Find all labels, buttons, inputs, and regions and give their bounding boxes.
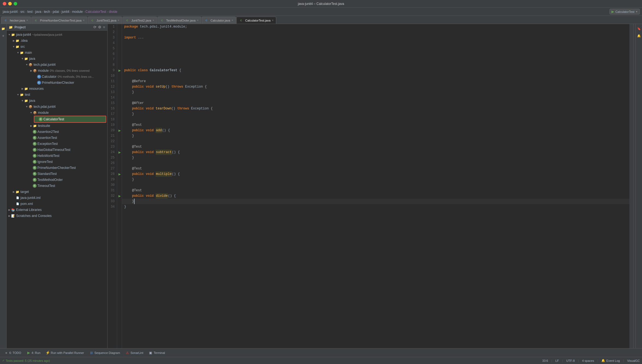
tree-item-java-test[interactable]: ▼ 📁 java	[7, 98, 107, 104]
tree-item-exception[interactable]: ▶ C ExceptionTest	[7, 141, 107, 147]
tree-item-iml[interactable]: ▶ 📄 java-junit4.iml	[7, 195, 107, 201]
gear-icon[interactable]: ≡	[103, 25, 105, 29]
tree-item-pom[interactable]: ▶ 📄 pom.xml	[7, 201, 107, 207]
tree-item-ignore[interactable]: ▶ C IgnoreTest	[7, 159, 107, 165]
tree-item-tech-main[interactable]: ▼ 📦 tech.pdai.junit4	[7, 62, 107, 68]
run-config-button[interactable]: ▶ CalculatorTest ▼	[610, 9, 640, 14]
expand-icon: ▶	[29, 68, 33, 73]
breadcrumb-java[interactable]: java	[35, 10, 42, 14]
minimize-button[interactable]	[8, 2, 12, 5]
tree-item-src[interactable]: ▼ 📁 src	[7, 44, 107, 50]
test-class-icon: C	[39, 117, 43, 121]
gutter-4	[117, 40, 122, 46]
tree-item-resources[interactable]: ▶ 📁 resources	[7, 86, 107, 92]
tree-item-test[interactable]: ▼ 📁 test	[7, 92, 107, 98]
tree-item-timeouttest[interactable]: ▶ C TimeoutTest	[7, 183, 107, 189]
breadcrumb-tech[interactable]: tech	[43, 10, 51, 14]
breadcrumb-module[interactable]: module	[72, 10, 83, 14]
tree-item-tech-test[interactable]: ▼ 📦 tech.pdai.junit4	[7, 104, 107, 110]
run-multiple-button[interactable]: ▶	[117, 171, 122, 177]
tab-close-icon[interactable]: ×	[197, 19, 199, 22]
tree-item-ext-lib[interactable]: ▶ 📚 External Libraries	[7, 207, 107, 213]
tree-item-calculator[interactable]: ▶ C Calculator 0% methods, 0% lines co..…	[7, 74, 107, 80]
notifications-icon[interactable]: 🔔	[637, 33, 641, 38]
code-editor[interactable]: 12345 678910 1112131415 1617181920 21222…	[108, 24, 635, 348]
tree-item-scratches[interactable]: ▶ 📝 Scratches and Consoles	[7, 213, 107, 219]
tree-item-methodorder[interactable]: ▶ C TestMethodOrder	[7, 177, 107, 183]
maximize-button[interactable]	[14, 2, 17, 5]
tree-item-assertion[interactable]: ▶ C AssertionTest	[7, 135, 107, 141]
parallel-runner-button[interactable]: ⚡ Run with Parallel Runner	[44, 350, 86, 356]
sync-icon[interactable]: ⟳	[93, 25, 96, 29]
tab-close-icon[interactable]: ×	[83, 19, 85, 22]
tree-item-standard[interactable]: ▶ C StandardTest	[7, 171, 107, 177]
encoding-indicator[interactable]: UTF-8	[566, 359, 575, 362]
lf-indicator[interactable]: LF	[555, 359, 559, 362]
run-subtract-button[interactable]: ▶	[117, 150, 122, 155]
window-title: java-junit4 – CalculatorTest.java	[298, 2, 344, 6]
tab-checker[interactable]: C hecker.java ×	[1, 17, 31, 24]
traffic-lights[interactable]	[3, 2, 17, 5]
tree-label: TimeoutTest	[37, 183, 55, 189]
breadcrumb-root[interactable]: java-junit4	[2, 10, 18, 14]
sequence-diagram-button[interactable]: ⊞ Sequence Diagram	[87, 350, 122, 356]
tab-calculator-test[interactable]: C CalculatorTest.java ×	[236, 17, 276, 24]
terminal-button[interactable]: ▣ Terminal	[147, 350, 167, 356]
tree-item-root[interactable]: ▼ 📁 java-junit4 ~/pdai/www/java-junit4	[7, 32, 107, 38]
project-icon[interactable]: 📁	[1, 26, 6, 31]
tab-calculator[interactable]: C Calculator.java ×	[202, 17, 236, 24]
run-divide-button[interactable]: ▶	[117, 193, 122, 199]
tree-item-main[interactable]: ▼ 📁 main	[7, 50, 107, 56]
visual-gc-button[interactable]: VisualGC	[627, 359, 640, 362]
close-button[interactable]	[3, 2, 6, 5]
tree-item-assertion2[interactable]: ▶ C Assertion2Test	[7, 129, 107, 135]
tab-close-icon[interactable]: ×	[152, 19, 154, 22]
tree-item-helloworld[interactable]: ▶ C HelloWorldTest	[7, 153, 107, 159]
expand-icon: ▼	[25, 104, 28, 109]
settings-icon[interactable]: ⚙	[98, 25, 101, 29]
run-add-button[interactable]: ▶	[117, 128, 122, 133]
breadcrumb-file[interactable]: CalculatorTest	[85, 10, 107, 14]
tree-item-testsuite[interactable]: ▶ 📁 testsuite	[7, 123, 107, 129]
breadcrumb-junit4[interactable]: junit4	[61, 10, 70, 14]
tab-close-icon[interactable]: ×	[231, 19, 233, 22]
bookmarks-icon[interactable]: 🔖	[637, 26, 641, 31]
tab-close-icon[interactable]: ×	[26, 19, 28, 22]
tree-item-calculator-test[interactable]: ▶ C CalculatorTest	[34, 116, 106, 123]
tab-close-icon[interactable]: ×	[272, 19, 274, 22]
tree-label: HasGlobalTimeoutTest	[37, 147, 70, 153]
code-line-16: public void tearDown() throws Exception …	[122, 106, 629, 111]
event-log-button[interactable]: 🔔 Event Log	[601, 359, 620, 362]
sequence-diagram-icon: ⊞	[90, 351, 93, 355]
tree-item-java-main[interactable]: ▼ 📁 java	[7, 56, 107, 62]
breadcrumb-pdai[interactable]: pdai	[52, 10, 60, 14]
favorites-icon[interactable]: ★	[1, 33, 6, 38]
tree-item-idea[interactable]: ▶ 📁 .idea	[7, 38, 107, 44]
tree-item-module-main[interactable]: ▶ 📦 module 0% classes, 0% lines covered	[7, 68, 107, 74]
tree-item-timeout[interactable]: ▶ C HasGlobalTimeoutTest	[7, 147, 107, 153]
tab-junit2[interactable]: C JunitTest2.java ×	[123, 17, 157, 24]
indent-indicator[interactable]: 4 spaces	[582, 359, 594, 362]
code-content[interactable]: package tech.pdai.junit4.module; import …	[122, 24, 629, 348]
run-config-selector[interactable]: ▶ CalculatorTest ▼	[610, 9, 640, 14]
tree-item-prime[interactable]: ▶ C PrimeNumberChecker	[7, 80, 107, 86]
run-class-button[interactable]: ▶	[117, 68, 122, 73]
tab-method-order[interactable]: C TestMethodOrder.java ×	[157, 17, 201, 24]
tree-item-target[interactable]: ▶ 📁 target	[7, 189, 107, 195]
terminal-icon: ▣	[149, 351, 153, 355]
tab-junit1[interactable]: C JunitTest1.java ×	[88, 17, 122, 24]
code-line-20: public void add() {	[122, 128, 629, 133]
run-button[interactable]: ▶ 4: Run	[25, 350, 43, 356]
tab-close-icon[interactable]: ×	[117, 19, 120, 22]
tab-prime-checker[interactable]: C PrimeNumberCheckerTest.java ×	[31, 17, 87, 24]
gutter-21	[117, 133, 122, 139]
breadcrumb-src[interactable]: src	[20, 10, 25, 14]
folder-icon: 📁	[20, 50, 24, 55]
code-line-23: @Test	[122, 144, 629, 150]
tree-item-module-test[interactable]: ▼ 📦 module	[7, 110, 107, 116]
tree-item-prime-test[interactable]: ▶ C PrimeNumberCheckerTest	[7, 165, 107, 171]
breadcrumb-method[interactable]: divide	[108, 10, 118, 14]
todo-button[interactable]: ≡ 6: TODO	[2, 350, 23, 356]
breadcrumb-test[interactable]: test	[27, 10, 33, 14]
sonar-lint-button[interactable]: ⚠ SonarLint	[123, 350, 145, 356]
